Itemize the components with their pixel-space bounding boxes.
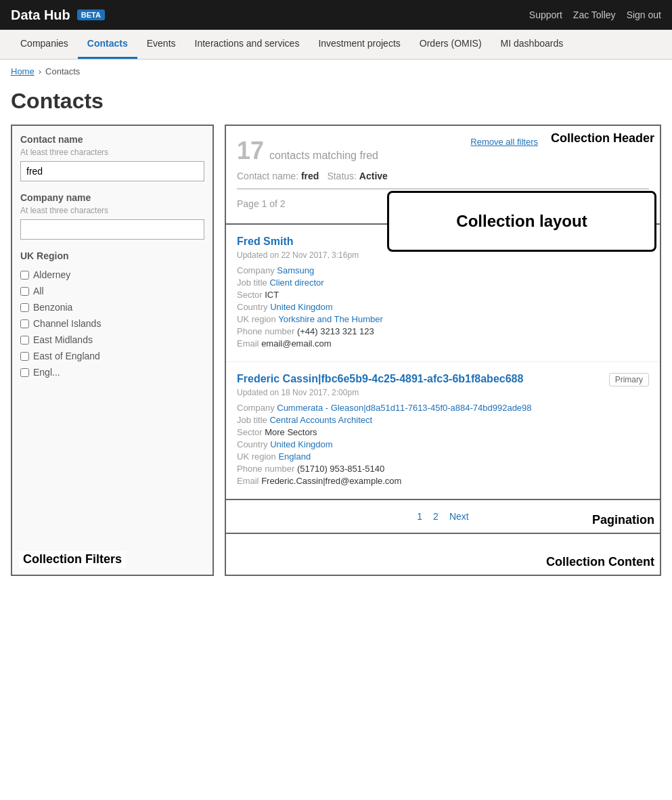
region-alderney-label: Alderney <box>33 269 70 280</box>
entity-ukregion-value-1: Yorkshire and The Humber <box>278 314 383 324</box>
nav-companies[interactable]: Companies <box>11 30 78 59</box>
signout-link[interactable]: Sign out <box>627 9 661 20</box>
brand-area: Data Hub BETA <box>11 7 105 23</box>
nav-events[interactable]: Events <box>137 30 185 59</box>
pagination-page-2[interactable]: 2 <box>433 511 439 522</box>
nav-contacts[interactable]: Contacts <box>78 30 137 59</box>
entity-phone-value-1: (+44) 3213 321 123 <box>297 326 374 336</box>
region-east-of-england[interactable]: East of England <box>20 348 204 364</box>
entity-email-value-2: Frederic.Cassin|fred@example.com <box>261 476 401 486</box>
support-link[interactable]: Support <box>529 9 562 20</box>
region-benzonia-checkbox[interactable] <box>20 303 29 312</box>
region-channel-islands[interactable]: Channel Islands <box>20 315 204 332</box>
beta-badge: BETA <box>77 9 105 20</box>
region-all-checkbox[interactable] <box>20 287 29 296</box>
pagination-section: 1 2 Next Pagination <box>226 500 660 534</box>
collection-content: Collection Content <box>226 534 660 575</box>
region-east-midlands[interactable]: East Midlands <box>20 332 204 348</box>
region-all-label: All <box>33 286 44 296</box>
uk-region-filter: UK Region Alderney All Benzonia Channel … <box>20 250 204 380</box>
entity-primary-badge-2: Primary <box>609 373 649 386</box>
entity-country-1: Country United Kingdom <box>237 302 649 312</box>
entity-name-1[interactable]: Fred Smith <box>237 236 294 247</box>
contact-name-hint: At least three characters <box>20 148 204 157</box>
region-engl-checkbox[interactable] <box>20 368 29 377</box>
entity-company-value-2: Cummerata - Gleason|d8a51d11-7613-45f0-a… <box>277 403 531 413</box>
remove-filters-link[interactable]: Remove all filters <box>470 137 538 147</box>
region-east-midlands-checkbox[interactable] <box>20 336 29 345</box>
filter-contact-key: Contact name: fred <box>237 171 319 181</box>
region-all[interactable]: All <box>20 283 204 299</box>
company-name-hint: At least three characters <box>20 206 204 215</box>
pagination-page-1[interactable]: 1 <box>417 511 422 522</box>
entity-country-value-1: United Kingdom <box>270 302 333 312</box>
region-benzonia-label: Benzonia <box>33 302 72 313</box>
pagination-next[interactable]: Next <box>449 511 469 522</box>
entity-sector-value-1: ICT <box>265 290 279 300</box>
entity-item-2: Primary Frederic Cassin|fbc6e5b9-4c25-48… <box>226 362 660 499</box>
entity-country-value-2: United Kingdom <box>270 439 333 449</box>
entity-ukregion-value-2: England <box>278 451 311 462</box>
entity-name-2[interactable]: Frederic Cassin|fbc6e5b9-4c25-4891-afc3-… <box>237 373 523 384</box>
entity-email-1: Email email@email.com <box>237 338 649 349</box>
filter-contact-value: fred <box>301 171 319 181</box>
contact-name-label: Contact name <box>20 134 204 145</box>
results-number: 17 <box>237 137 264 165</box>
filters-panel: Contact name At least three characters C… <box>11 125 214 576</box>
region-channel-islands-checkbox[interactable] <box>20 319 29 328</box>
uk-region-label: UK Region <box>20 250 204 261</box>
region-east-midlands-label: East Midlands <box>33 334 93 345</box>
pagination-links: 1 2 Next <box>417 511 468 522</box>
top-bar-right: Support Zac Tolley Sign out <box>529 9 661 20</box>
main-nav: Companies Contacts Events Interactions a… <box>0 30 672 60</box>
entity-company-1: Company Samsung <box>237 265 649 275</box>
region-east-of-england-checkbox[interactable] <box>20 352 29 361</box>
nav-investment[interactable]: Investment projects <box>309 30 409 59</box>
entity-list: Entity List Fred Smith Updated on 22 Nov… <box>226 225 660 500</box>
entity-ukregion-1: UK region Yorkshire and The Humber <box>237 314 649 324</box>
company-name-input[interactable] <box>20 219 204 240</box>
active-filters: Contact name: fred Status: Active <box>237 171 649 181</box>
entity-updated-2: Updated on 18 Nov 2017, 2:00pm <box>237 388 649 397</box>
region-alderney[interactable]: Alderney <box>20 267 204 283</box>
entity-phone-2: Phone number (51710) 953-851-5140 <box>237 464 649 474</box>
entity-sector-value-2: More Sectors <box>265 427 317 437</box>
entity-company-2: Company Cummerata - Gleason|d8a51d11-761… <box>237 403 649 413</box>
region-benzonia[interactable]: Benzonia <box>20 299 204 315</box>
header-divider <box>237 188 649 190</box>
collection-header-label: Collection Header <box>551 131 654 146</box>
nav-orders[interactable]: Orders (OMIS) <box>410 30 491 59</box>
entity-updated-1: Updated on 22 Nov 2017, 3:16pm <box>237 250 649 260</box>
contact-name-filter: Contact name At least three characters <box>20 134 204 181</box>
nav-mi[interactable]: MI dashboards <box>491 30 573 59</box>
entity-jobtitle-2: Job title Central Accounts Architect <box>237 415 649 425</box>
entity-jobtitle-value-1: Client director <box>269 277 323 288</box>
entity-jobtitle-1: Job title Client director <box>237 277 649 288</box>
filter-status-value: Active <box>359 171 388 181</box>
entity-ukregion-2: UK region England <box>237 451 649 462</box>
contact-name-input[interactable] <box>20 161 204 181</box>
app-name: Data Hub <box>11 7 70 23</box>
entity-country-2: Country United Kingdom <box>237 439 649 449</box>
breadcrumb-separator: › <box>39 66 41 76</box>
entity-jobtitle-value-2: Central Accounts Architect <box>269 415 372 425</box>
page-title: Contacts <box>0 83 672 125</box>
region-east-of-england-label: East of England <box>33 351 100 361</box>
region-engl[interactable]: Engl... <box>20 364 204 380</box>
entity-sector-1: Sector ICT <box>237 290 649 300</box>
company-name-filter: Company name At least three characters <box>20 192 204 240</box>
company-name-label: Company name <box>20 192 204 203</box>
collection-layout-label: Collection layout <box>456 212 587 231</box>
breadcrumb-home[interactable]: Home <box>11 66 35 76</box>
results-text: contacts matching fred <box>269 150 378 162</box>
region-engl-label: Engl... <box>33 367 60 378</box>
entity-company-value-1: Samsung <box>277 265 314 275</box>
entity-email-value-1: email@email.com <box>261 338 332 349</box>
collection-filters-label: Collection Filters <box>19 551 126 568</box>
breadcrumb-current: Contacts <box>45 66 80 76</box>
nav-interactions[interactable]: Interactions and services <box>185 30 309 59</box>
user-link[interactable]: Zac Tolley <box>573 9 616 20</box>
entity-phone-value-2: (51710) 953-851-5140 <box>297 464 384 474</box>
region-alderney-checkbox[interactable] <box>20 271 29 280</box>
entity-email-2: Email Frederic.Cassin|fred@example.com <box>237 476 649 486</box>
